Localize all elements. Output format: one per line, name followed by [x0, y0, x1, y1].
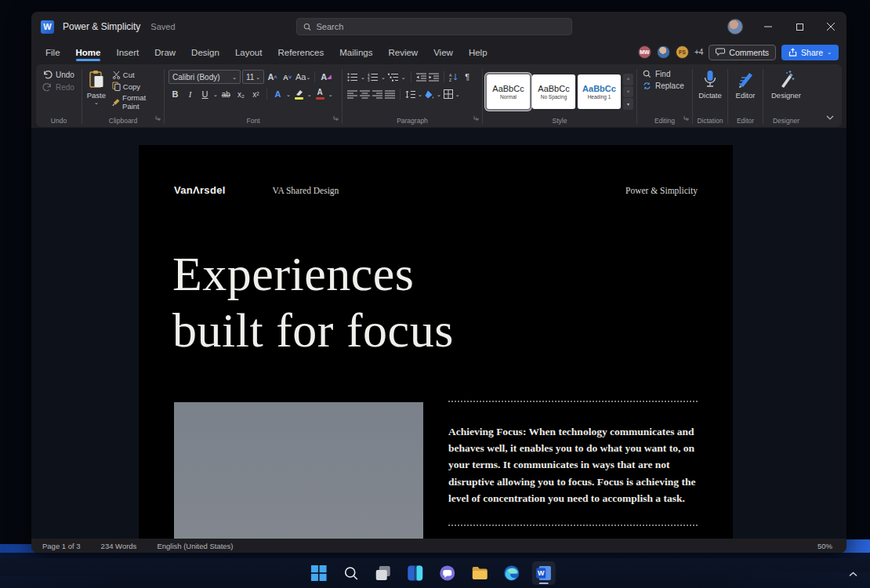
tab-review[interactable]: Review: [380, 45, 426, 60]
collaborators-overflow-count[interactable]: +4: [694, 48, 703, 56]
tab-mailings[interactable]: Mailings: [332, 45, 380, 60]
increase-indent-button[interactable]: [429, 73, 439, 82]
style-normal[interactable]: AaBbCc Normal: [487, 74, 530, 109]
font-color-button[interactable]: A: [314, 88, 327, 101]
sort-button[interactable]: AZ: [449, 73, 459, 82]
bold-button[interactable]: B: [169, 88, 182, 101]
change-case-button[interactable]: Aa⌄: [295, 71, 310, 84]
clear-formatting-button[interactable]: A◢: [319, 71, 332, 84]
designer-button[interactable]: Designer: [771, 91, 801, 100]
collaborator-avatar[interactable]: MW: [638, 45, 651, 59]
document-canvas[interactable]: VanΛrsdel VA Shared Design Power & Simpl…: [31, 128, 846, 539]
editing-group: Find Replace Editing: [637, 64, 692, 127]
designer-icon[interactable]: [778, 70, 795, 89]
tab-draw[interactable]: Draw: [147, 45, 183, 60]
word-count[interactable]: 234 Words: [101, 542, 137, 550]
page-indicator[interactable]: Page 1 of 3: [42, 542, 81, 550]
replace-button[interactable]: Replace: [643, 80, 692, 92]
style-no-spacing[interactable]: AaBbCc No Spacing: [532, 74, 575, 109]
font-group-label: Font: [165, 117, 342, 125]
superscript-button[interactable]: x²: [249, 88, 263, 101]
file-explorer-button[interactable]: [468, 561, 491, 585]
undo-group: Undo Redo Undo: [36, 64, 82, 127]
word-taskbar-button[interactable]: W: [532, 561, 556, 585]
style-heading-1[interactable]: AaBbCc Heading 1: [578, 74, 621, 109]
dictation-group-label: Dictation: [693, 117, 727, 125]
tab-references[interactable]: References: [270, 45, 332, 60]
widgets-button[interactable]: [404, 561, 427, 585]
undo-button[interactable]: Undo: [39, 68, 82, 81]
start-button[interactable]: [307, 561, 331, 585]
dialog-launcher-icon[interactable]: [333, 110, 339, 124]
strikethrough-button[interactable]: ab: [219, 88, 233, 101]
edge-browser-button[interactable]: [500, 561, 524, 585]
multilevel-list-button[interactable]: [388, 73, 399, 82]
italic-button[interactable]: I: [183, 88, 197, 101]
dictate-icon[interactable]: [703, 70, 717, 89]
maximize-button[interactable]: [784, 12, 815, 42]
paragraph-group: ⌄ 123⌄ ⌄ AZ ¶ ⌄ ⌄ ⌄ Paragraph: [343, 64, 482, 127]
search-box[interactable]: [296, 18, 572, 35]
taskbar-search-button[interactable]: [339, 561, 363, 585]
show-hidden-icons-button[interactable]: [849, 566, 857, 580]
collapse-ribbon-button[interactable]: [826, 109, 834, 123]
tab-insert[interactable]: Insert: [108, 45, 147, 60]
format-painter-button[interactable]: Format Paint: [111, 93, 164, 111]
dialog-launcher-icon[interactable]: [473, 110, 479, 124]
cut-button[interactable]: Cut: [111, 70, 164, 80]
highlight-color-button[interactable]: [292, 88, 306, 101]
borders-button[interactable]: [444, 89, 453, 99]
copy-button[interactable]: Copy: [111, 81, 164, 92]
tab-design[interactable]: Design: [183, 45, 227, 60]
find-button[interactable]: Find: [643, 68, 692, 80]
minimize-button[interactable]: [752, 12, 784, 42]
align-left-button[interactable]: [347, 90, 357, 99]
style-scroll-up-button[interactable]: ˄: [623, 74, 633, 85]
tab-layout[interactable]: Layout: [227, 45, 270, 60]
language-indicator[interactable]: English (United States): [157, 542, 233, 550]
dialog-launcher-icon[interactable]: [155, 110, 161, 124]
show-formatting-marks-button[interactable]: ¶: [461, 71, 474, 84]
share-icon: [788, 48, 797, 56]
zoom-level[interactable]: 50%: [817, 542, 836, 550]
dialog-launcher-icon[interactable]: [683, 110, 689, 124]
user-avatar[interactable]: [727, 19, 743, 34]
chevron-down-icon: ⌄: [256, 74, 260, 80]
dictate-button[interactable]: Dictate: [698, 91, 722, 100]
align-center-button[interactable]: [360, 90, 370, 99]
font-size-select[interactable]: 11⌄: [242, 70, 264, 84]
document-page[interactable]: VanΛrsdel VA Shared Design Power & Simpl…: [139, 145, 733, 539]
share-button[interactable]: Share ⌄: [781, 45, 839, 60]
grow-font-button[interactable]: A˄: [266, 71, 279, 84]
text-effects-button[interactable]: A: [271, 88, 285, 101]
tab-file[interactable]: File: [38, 45, 68, 60]
shrink-font-button[interactable]: A˅: [281, 71, 294, 84]
search-input[interactable]: [316, 22, 565, 31]
numbered-list-button[interactable]: 123: [368, 73, 379, 82]
task-view-icon: [375, 565, 391, 581]
subscript-button[interactable]: x₂: [234, 88, 248, 101]
task-view-button[interactable]: [372, 561, 395, 585]
line-spacing-button[interactable]: [405, 90, 415, 99]
redo-button[interactable]: Redo: [39, 81, 82, 93]
underline-button[interactable]: U: [198, 88, 212, 101]
designer-group-label: Designer: [763, 117, 809, 125]
collaborator-avatar[interactable]: [657, 45, 670, 59]
shading-button[interactable]: [425, 90, 434, 99]
style-scroll-down-button[interactable]: ˅: [623, 86, 633, 98]
tab-home[interactable]: Home: [68, 45, 109, 60]
tab-help[interactable]: Help: [461, 45, 495, 60]
bullet-list-button[interactable]: [347, 73, 358, 82]
collaborator-avatar[interactable]: FS: [676, 45, 689, 59]
teams-chat-button[interactable]: [436, 561, 459, 585]
justify-button[interactable]: [385, 90, 395, 99]
editor-icon[interactable]: [737, 70, 754, 89]
font-family-select[interactable]: Calibri (Body)⌄: [169, 70, 241, 84]
style-gallery-expand-button[interactable]: ▾: [623, 98, 633, 110]
decrease-indent-button[interactable]: [416, 73, 426, 82]
close-button[interactable]: [815, 12, 846, 42]
editor-button[interactable]: Editor: [736, 91, 756, 100]
comments-button[interactable]: Comments: [709, 45, 776, 60]
align-right-button[interactable]: [372, 90, 382, 99]
tab-view[interactable]: View: [426, 45, 461, 60]
